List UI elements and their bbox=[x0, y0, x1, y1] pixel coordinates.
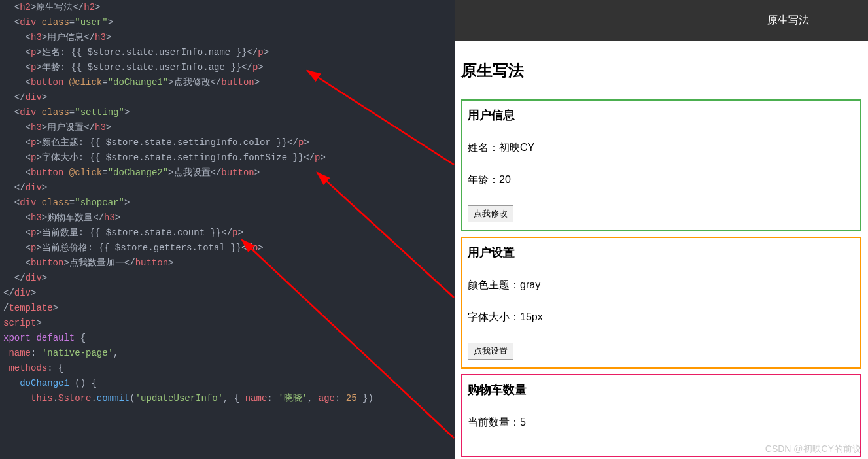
code-line: <button @click="doChange2">点我设置</button> bbox=[3, 165, 451, 180]
setting-color-text: 颜色主题：gray bbox=[468, 279, 855, 292]
code-line: <p>年龄: {{ $store.state.userInfo.age }}</… bbox=[3, 60, 451, 75]
code-line: this.$store.commit('updateUserInfo', { n… bbox=[3, 391, 451, 406]
setting-font-text: 字体大小：15px bbox=[468, 311, 855, 324]
code-line: <h2>原生写法</h2> bbox=[3, 0, 451, 15]
code-line: <div class="user"> bbox=[3, 15, 451, 30]
code-line: <button>点我数量加一</button> bbox=[3, 256, 451, 271]
user-age-text: 年龄：20 bbox=[468, 173, 855, 187]
change-user-button[interactable]: 点我修改 bbox=[468, 205, 513, 222]
user-info-box: 用户信息 姓名：初映CY 年龄：20 点我修改 bbox=[461, 99, 861, 231]
code-line: <button @click="doChange1">点我修改</button> bbox=[3, 75, 451, 90]
user-heading: 用户信息 bbox=[468, 107, 855, 123]
shopcar-heading: 购物车数量 bbox=[468, 382, 855, 398]
code-line: </div> bbox=[3, 180, 451, 196]
code-line: <h3>用户信息</h3> bbox=[3, 30, 451, 45]
code-line: <div class="shopcar"> bbox=[3, 196, 451, 211]
code-line: <div class="setting"> bbox=[3, 105, 451, 120]
code-line: <p>颜色主题: {{ $store.state.settingInfo.col… bbox=[3, 135, 451, 150]
code-line: <h3>购物车数量</h3> bbox=[3, 211, 451, 226]
setting-box: 用户设置 颜色主题：gray 字体大小：15px 点我设置 bbox=[461, 237, 861, 369]
browser-preview-pane: 原生写法 原生写法 用户信息 姓名：初映CY 年龄：20 点我修改 用户设置 颜… bbox=[455, 0, 868, 459]
header-link[interactable]: 原生写法 bbox=[767, 14, 809, 27]
code-line: <p>字体大小: {{ $store.state.settingInfo.fon… bbox=[3, 150, 451, 165]
user-name-text: 姓名：初映CY bbox=[468, 141, 855, 155]
code-line: /template> bbox=[3, 301, 451, 316]
code-line: <p>姓名: {{ $store.state.userInfo.name }}<… bbox=[3, 45, 451, 60]
code-line: </div> bbox=[3, 286, 451, 301]
code-line: </div> bbox=[3, 271, 451, 286]
change-setting-button[interactable]: 点我设置 bbox=[468, 343, 513, 360]
code-line: script> bbox=[3, 316, 451, 331]
code-line: </div> bbox=[3, 90, 451, 105]
shopcar-count-text: 当前数量：5 bbox=[468, 416, 855, 430]
code-editor-pane: <h2>原生写法</h2> <div class="user"> <h3>用户信… bbox=[0, 0, 455, 459]
code-line: <p>当前总价格: {{ $store.getters.total }}</p> bbox=[3, 241, 451, 256]
code-line: <h3>用户设置</h3> bbox=[3, 120, 451, 135]
code-line: name: 'native-page', bbox=[3, 346, 451, 361]
code-line: xport default { bbox=[3, 331, 451, 346]
code-line: <p>当前数量: {{ $store.state.count }}</p> bbox=[3, 226, 451, 241]
code-line: methods: { bbox=[3, 361, 451, 376]
preview-header: 原生写法 bbox=[455, 0, 868, 41]
code-line: doChange1 () { bbox=[3, 376, 451, 391]
page-title: 原生写法 bbox=[461, 60, 861, 81]
watermark: CSDN @初映CY的前说 bbox=[765, 443, 861, 455]
setting-heading: 用户设置 bbox=[468, 245, 855, 260]
